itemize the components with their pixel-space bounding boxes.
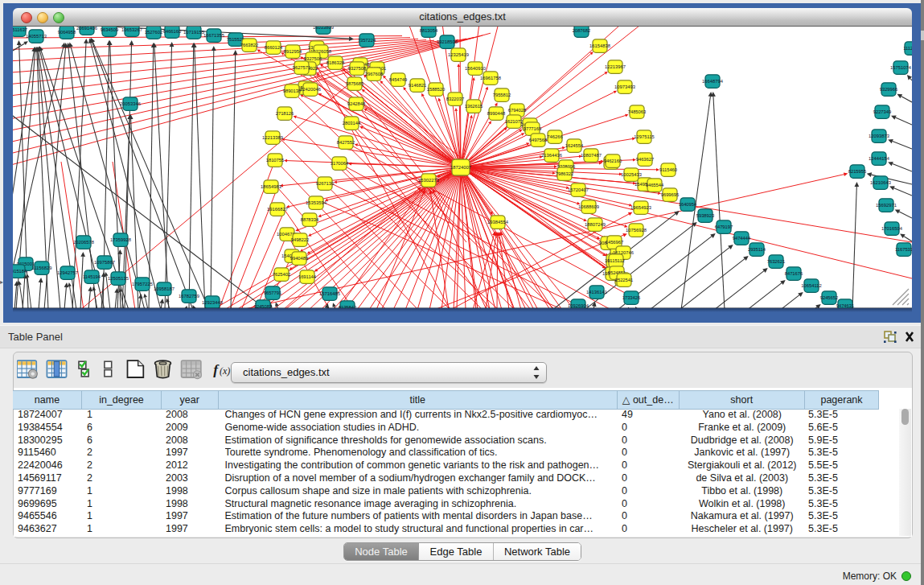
svg-text:18724007: 18724007	[450, 165, 471, 170]
svg-text:10973493: 10973493	[614, 84, 635, 89]
svg-text:1511637: 1511637	[13, 27, 27, 32]
svg-text:2718126: 2718126	[276, 111, 294, 116]
svg-text:7357224: 7357224	[358, 38, 376, 43]
svg-text:8912954: 8912954	[284, 49, 302, 54]
svg-text:10653267: 10653267	[121, 27, 142, 32]
svg-text:20691406: 20691406	[76, 27, 97, 31]
svg-text:18654983: 18654983	[261, 184, 281, 189]
svg-text:9064958: 9064958	[58, 30, 76, 35]
svg-text:3915184: 3915184	[13, 269, 27, 274]
svg-text:15692971: 15692971	[876, 203, 897, 208]
svg-text:5938923: 5938923	[696, 213, 715, 218]
svg-text:9115112: 9115112	[607, 258, 625, 263]
svg-text:20053346: 20053346	[120, 101, 141, 106]
svg-text:15716485: 15716485	[319, 291, 340, 296]
svg-text:9498222: 9498222	[291, 237, 310, 242]
svg-text:10807487: 10807487	[581, 153, 602, 158]
svg-text:14055713: 14055713	[26, 34, 47, 39]
svg-text:8813054: 8813054	[420, 28, 438, 33]
svg-text:25302273: 25302273	[418, 178, 439, 183]
svg-text:7986322: 7986322	[556, 171, 574, 176]
svg-text:16648794: 16648794	[702, 79, 724, 84]
svg-text:9327508: 9327508	[348, 66, 367, 71]
svg-text:16782759: 16782759	[179, 294, 199, 299]
svg-text:3170064: 3170064	[331, 161, 349, 166]
svg-text:7625402: 7625402	[273, 272, 291, 277]
svg-text:9627571: 9627571	[293, 65, 311, 70]
svg-text:10958187: 10958187	[154, 286, 175, 291]
svg-text:21364436: 21364436	[541, 153, 562, 158]
svg-text:11156829: 11156829	[32, 266, 52, 270]
svg-text:1810755: 1810755	[266, 158, 285, 163]
svg-text:8427552: 8427552	[337, 140, 355, 145]
svg-text:16154838: 16154838	[589, 43, 610, 48]
svg-text:1167533: 1167533	[895, 247, 912, 252]
svg-text:1456967: 1456967	[606, 240, 624, 245]
svg-text:9329966: 9329966	[880, 87, 898, 92]
svg-text:15751074: 15751074	[890, 65, 912, 70]
svg-text:10025433: 10025433	[621, 172, 642, 177]
svg-text:6794028: 6794028	[508, 108, 527, 113]
svg-text:746266: 746266	[547, 134, 562, 139]
svg-text:15353594: 15353594	[306, 200, 327, 205]
svg-text:15720407: 15720407	[568, 187, 589, 192]
svg-text:10756928: 10756928	[626, 228, 647, 233]
svg-text:15640910: 15640910	[465, 66, 486, 71]
svg-text:9634509: 9634509	[101, 27, 119, 32]
svg-text:9657791: 9657791	[264, 290, 282, 295]
svg-text:8215955: 8215955	[848, 169, 867, 174]
svg-text:12213389: 12213389	[262, 135, 283, 140]
svg-text:9699695: 9699695	[661, 192, 680, 197]
svg-text:2935114: 2935114	[748, 247, 766, 252]
svg-text:20206578: 20206578	[73, 240, 94, 245]
svg-text:19166827: 19166827	[267, 207, 288, 212]
svg-text:9327506: 9327506	[304, 56, 322, 61]
svg-text:16671355: 16671355	[203, 33, 224, 38]
svg-text:7632621: 7632621	[767, 259, 786, 264]
svg-text:1640954: 1640954	[679, 202, 697, 207]
svg-text:7955812: 7955812	[493, 93, 511, 97]
svg-text:10654112: 10654112	[801, 283, 821, 288]
svg-text:12093873: 12093873	[869, 134, 889, 138]
svg-text:12505135: 12505135	[108, 276, 129, 281]
svg-text:6479197: 6479197	[715, 225, 733, 229]
svg-text:9227349: 9227349	[873, 109, 892, 114]
svg-text:8878334: 8878334	[301, 217, 319, 222]
svg-text:3875685: 3875685	[346, 81, 364, 86]
svg-text:6466160: 6466160	[163, 29, 182, 34]
svg-text:19384554: 19384554	[487, 220, 509, 225]
svg-text:9465544: 9465544	[646, 183, 664, 187]
svg-text:9115460: 9115460	[659, 167, 677, 172]
svg-text:7663822: 7663822	[240, 43, 259, 47]
svg-text:10688609: 10688609	[578, 204, 599, 209]
svg-text:1733426: 1733426	[622, 295, 641, 300]
svg-text:2803144: 2803144	[343, 121, 361, 126]
svg-text:12213967: 12213967	[605, 64, 626, 69]
svg-text:16961758: 16961758	[480, 76, 501, 80]
svg-text:2522541: 2522541	[615, 278, 634, 282]
svg-text:16033809: 16033809	[313, 27, 334, 30]
svg-text:8471676: 8471676	[785, 271, 803, 276]
svg-text:9777169: 9777169	[524, 126, 542, 131]
svg-text:9474444: 9474444	[733, 236, 751, 241]
svg-text:12942757: 12942757	[57, 270, 78, 275]
svg-text:17016504: 17016504	[881, 226, 903, 231]
svg-text:19654923: 19654923	[630, 205, 651, 210]
svg-text:10719155: 10719155	[183, 30, 204, 35]
svg-text:9462160: 9462160	[604, 159, 622, 163]
svg-text:10975867: 10975867	[94, 260, 115, 265]
svg-text:1527602: 1527602	[145, 30, 163, 35]
svg-text:(x): (x)	[220, 365, 230, 377]
svg-text:12923448: 12923448	[202, 300, 223, 305]
svg-text:9890138: 9890138	[283, 89, 302, 93]
svg-text:8990448: 8990448	[487, 111, 506, 116]
svg-text:8454749: 8454749	[389, 77, 408, 82]
svg-text:16210643: 16210643	[870, 180, 891, 185]
svg-text:9146821: 9146821	[409, 83, 427, 88]
svg-text:1588520: 1588520	[427, 87, 446, 92]
svg-text:8322037: 8322037	[446, 97, 465, 101]
svg-text:1145194: 1145194	[83, 274, 101, 279]
svg-text:12444154: 12444154	[869, 156, 890, 161]
svg-text:1691144: 1691144	[298, 274, 317, 279]
svg-text:9242848: 9242848	[347, 101, 366, 106]
